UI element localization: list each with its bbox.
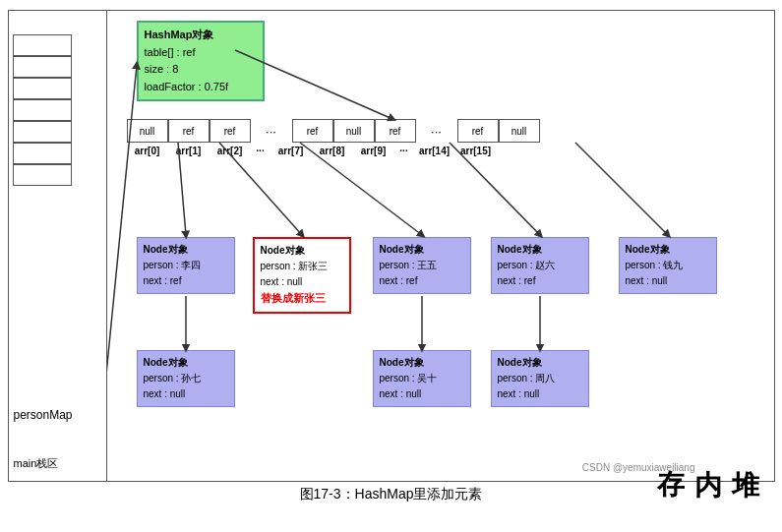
- heap-label: 堆内存: [652, 447, 764, 451]
- node-wushi-title: Node对象: [380, 355, 464, 371]
- arr-labels: arr[0] arr[1] arr[2] ··· arr[7] arr[8] a…: [127, 146, 497, 156]
- arr-cell-9: ref: [375, 119, 416, 143]
- outer-container: personMap main栈区 HashMap对象 table[] : ref…: [0, 0, 782, 532]
- node-sunqi-next: next : null: [144, 386, 228, 402]
- arr-cell-0: null: [127, 119, 168, 143]
- stack-cell-2: [13, 56, 72, 78]
- svg-line-1: [178, 143, 186, 235]
- svg-line-4: [450, 143, 540, 235]
- svg-line-3: [300, 143, 422, 235]
- node-zhaoliu: Node对象 person : 赵六 next : ref: [491, 237, 589, 294]
- stack-cell-7: [13, 164, 72, 186]
- arr-cell-14: ref: [457, 119, 499, 143]
- node-qianjiu-next: next : null: [626, 273, 710, 289]
- hashmap-line1: table[] : ref: [145, 44, 257, 62]
- arr-cell-dots1: ···: [251, 119, 292, 143]
- watermark: CSDN @yemuxiaweiliang: [582, 462, 695, 473]
- stack-cell-4: [13, 99, 72, 121]
- stack-section: personMap main栈区: [9, 11, 107, 481]
- node-zhouba-next: next : null: [498, 386, 582, 402]
- node-qianjiu-person: person : 钱九: [626, 258, 710, 273]
- arr-label-7: arr[7]: [271, 146, 312, 156]
- node-xinzhangsan: Node对象 person : 新张三 next : null 替换成新张三: [253, 237, 351, 314]
- arr-cell-dots2: ···: [416, 119, 457, 143]
- node-lisi: Node对象 person : 李四 next : ref: [137, 237, 235, 294]
- node-wushi-next: next : null: [380, 386, 464, 402]
- arr-label-8: arr[8]: [312, 146, 353, 156]
- node-sunqi-title: Node对象: [144, 355, 228, 371]
- arr-label-0: arr[0]: [127, 146, 168, 156]
- stack-cell-1: [13, 34, 72, 56]
- node-sunqi-person: person : 孙七: [144, 371, 228, 386]
- node-sunqi: Node对象 person : 孙七 next : null: [137, 350, 235, 407]
- node-xinzhangsan-title: Node对象: [261, 243, 343, 259]
- arr-cell-2: ref: [210, 119, 251, 143]
- arr-label-15: arr[15]: [455, 146, 497, 156]
- arr-label-2: arr[2]: [210, 146, 251, 156]
- node-lisi-title: Node对象: [144, 242, 228, 258]
- hashmap-line2: size : 8: [145, 61, 257, 79]
- node-lisi-next: next : ref: [144, 273, 228, 289]
- arr-cell-7: ref: [292, 119, 333, 143]
- stack-cell-3: [13, 78, 72, 99]
- svg-line-9: [107, 65, 137, 394]
- node-xinzhangsan-next: next : null: [261, 274, 343, 290]
- hashmap-line3: loadFactor : 0.75f: [145, 79, 257, 96]
- array-row: null ref ref ··· ref null ref ··· ref nu…: [127, 119, 540, 143]
- arr-label-dots1: ···: [251, 146, 271, 156]
- node-zhaoliu-title: Node对象: [498, 242, 582, 258]
- node-qianjiu: Node对象 person : 钱九 next : null: [619, 237, 717, 294]
- caption: 图17-3：HashMap里添加元素: [300, 486, 483, 503]
- main-area: personMap main栈区 HashMap对象 table[] : ref…: [8, 10, 775, 482]
- arr-label-dots2: ···: [394, 146, 414, 156]
- svg-line-2: [219, 143, 302, 235]
- node-zhaoliu-next: next : ref: [498, 273, 582, 289]
- stack-cell-5: [13, 121, 72, 143]
- diagram-section: HashMap对象 table[] : ref size : 8 loadFac…: [107, 11, 774, 481]
- node-zhouba-title: Node对象: [498, 355, 582, 371]
- node-xinzhangsan-person: person : 新张三: [261, 259, 343, 274]
- node-wangwu-title: Node对象: [380, 242, 464, 258]
- svg-line-5: [575, 143, 668, 235]
- stack-cells: [13, 34, 102, 186]
- arr-cell-15: null: [499, 119, 540, 143]
- node-wangwu-next: next : ref: [380, 273, 464, 289]
- node-wushi-person: person : 吴十: [380, 371, 464, 386]
- arr-cell-8: null: [333, 119, 375, 143]
- hashmap-title: HashMap对象: [145, 27, 257, 44]
- node-wangwu: Node对象 person : 王五 next : ref: [373, 237, 471, 294]
- person-map-label: personMap: [14, 408, 73, 422]
- replace-text: 替换成新张三: [261, 290, 343, 308]
- node-wushi: Node对象 person : 吴十 next : null: [373, 350, 471, 407]
- node-zhouba: Node对象 person : 周八 next : null: [491, 350, 589, 407]
- stack-cell-6: [13, 143, 72, 164]
- hashmap-box: HashMap对象 table[] : ref size : 8 loadFac…: [137, 21, 265, 101]
- arr-cell-1: ref: [168, 119, 210, 143]
- node-zhouba-person: person : 周八: [498, 371, 582, 386]
- arr-label-14: arr[14]: [414, 146, 455, 156]
- node-zhaoliu-person: person : 赵六: [498, 258, 582, 273]
- node-lisi-person: person : 李四: [144, 258, 228, 273]
- arr-label-9: arr[9]: [353, 146, 394, 156]
- node-qianjiu-title: Node对象: [626, 242, 710, 258]
- arr-label-1: arr[1]: [168, 146, 210, 156]
- main-label: main栈区: [14, 456, 59, 471]
- node-wangwu-person: person : 王五: [380, 258, 464, 273]
